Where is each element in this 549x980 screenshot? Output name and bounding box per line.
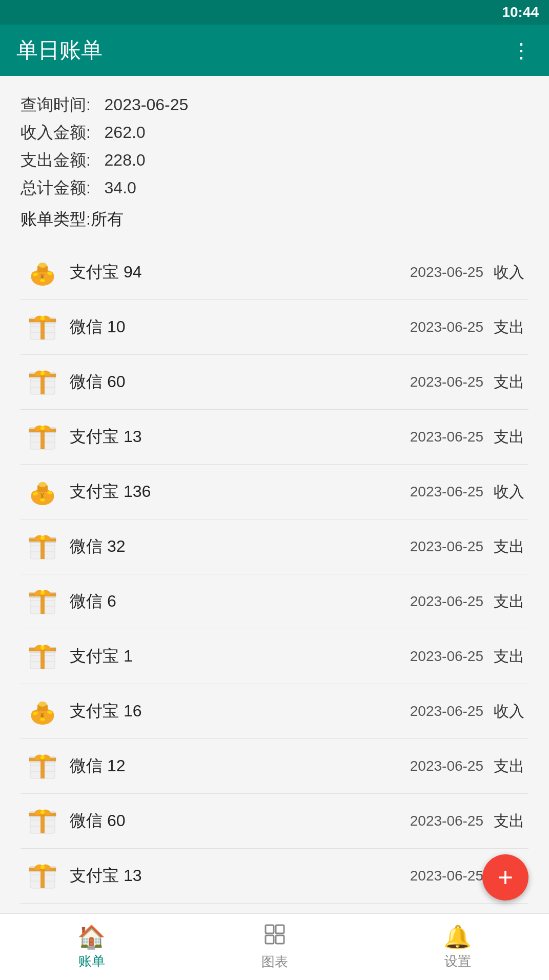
svg-rect-167: [276, 935, 284, 944]
expense-label: 支出金额:: [21, 151, 91, 169]
transaction-item[interactable]: 微信 122023-06-25支出: [21, 739, 528, 794]
total-label: 总计金额:: [21, 178, 91, 197]
svg-point-36: [40, 426, 45, 430]
income-label: 收入金额:: [21, 123, 91, 142]
item-type: 收入: [494, 482, 524, 503]
item-date: 2023-06-25: [410, 758, 483, 774]
item-date: 2023-06-25: [410, 593, 483, 610]
svg-point-85: [38, 702, 47, 707]
item-type: 支出: [494, 427, 524, 448]
svg-text:¥: ¥: [40, 492, 44, 499]
nav-item-charts[interactable]: 图表: [183, 914, 366, 980]
svg-point-107: [40, 810, 45, 814]
bill-type-label: 账单类型:所有: [21, 210, 124, 228]
svg-point-44: [38, 482, 47, 487]
svg-point-77: [40, 646, 45, 650]
item-channel-amount: 支付宝 16: [70, 700, 410, 723]
wechat-icon: [25, 364, 60, 400]
more-options-button[interactable]: ⋮: [511, 38, 533, 62]
svg-point-14: [40, 316, 45, 321]
item-channel-amount: 微信 32: [70, 535, 410, 558]
charts-icon: [263, 923, 286, 951]
item-date: 2023-06-25: [410, 429, 483, 445]
query-time-value: 2023-06-25: [105, 95, 189, 114]
query-time-label: 查询时间:: [21, 95, 91, 114]
item-date: 2023-06-25: [410, 374, 483, 390]
item-type: 收入: [494, 262, 524, 283]
item-date: 2023-06-25: [410, 319, 483, 335]
item-type: 支出: [494, 372, 524, 393]
item-type: 支出: [494, 811, 524, 832]
item-date: 2023-06-25: [410, 868, 483, 884]
transaction-item[interactable]: 微信 602023-06-25支出: [21, 794, 528, 849]
item-channel-amount: 微信 60: [70, 371, 410, 393]
bell-icon: 🔔: [443, 924, 472, 950]
transaction-item[interactable]: 微信 322023-06-25支出: [21, 519, 528, 574]
add-icon: +: [498, 862, 513, 893]
transaction-item[interactable]: 微信 102023-06-25支出: [21, 300, 528, 355]
nav-label-settings: 设置: [444, 952, 471, 970]
nav-item-bills[interactable]: 🏠 账单: [0, 914, 183, 980]
bill-type-row: 账单类型:所有: [21, 208, 528, 231]
wechat-icon: [25, 748, 60, 784]
transaction-item[interactable]: ¥ 支付宝 1362023-06-25收入: [21, 465, 528, 519]
item-channel-amount: 微信 12: [70, 755, 410, 777]
svg-point-118: [40, 865, 45, 869]
transaction-item[interactable]: 微信 62023-06-25支出: [21, 574, 528, 629]
add-transaction-button[interactable]: +: [482, 854, 528, 901]
bottom-navigation: 🏠 账单 图表 🔔 设置: [0, 913, 549, 980]
transaction-item[interactable]: ¥ 支付宝 162023-06-25收入: [21, 684, 528, 739]
svg-text:¥: ¥: [40, 712, 44, 719]
transaction-item[interactable]: 支付宝 12023-06-25支出: [21, 629, 528, 684]
alipay-icon: ¥: [25, 254, 60, 290]
wechat-icon: [25, 803, 60, 839]
wechat-icon: [25, 309, 60, 345]
item-channel-amount: 支付宝 13: [70, 426, 410, 448]
item-date: 2023-06-25: [410, 538, 483, 555]
svg-rect-165: [276, 925, 284, 933]
svg-point-66: [40, 591, 45, 595]
wechat-icon: [25, 419, 60, 455]
nav-label-charts: 图表: [261, 953, 288, 971]
nav-label-bills: 账单: [78, 952, 105, 970]
home-icon: 🏠: [77, 924, 106, 950]
item-date: 2023-06-25: [410, 703, 483, 719]
wechat-icon: [25, 638, 60, 674]
status-bar: 10:44: [0, 0, 549, 25]
transaction-item[interactable]: ¥ 支付宝 942023-06-25收入: [21, 245, 528, 300]
content-area: 查询时间: 2023-06-25 收入金额: 262.0 支出金额: 228.0…: [0, 76, 549, 980]
item-channel-amount: 微信 60: [70, 810, 410, 832]
item-channel-amount: 微信 6: [70, 590, 410, 613]
total-row: 总计金额: 34.0: [21, 175, 528, 200]
svg-rect-166: [266, 935, 274, 944]
nav-item-settings[interactable]: 🔔 设置: [366, 914, 549, 980]
transaction-list: ¥ 支付宝 942023-06-25收入 微信 102023-06-25支出: [21, 245, 528, 980]
item-channel-amount: 微信 10: [70, 316, 410, 338]
svg-rect-164: [266, 925, 274, 933]
main-content: 查询时间: 2023-06-25 收入金额: 262.0 支出金额: 228.0…: [0, 76, 549, 980]
income-value: 262.0: [105, 123, 146, 142]
status-time: 10:44: [502, 4, 539, 21]
summary-section: 查询时间: 2023-06-25 收入金额: 262.0 支出金额: 228.0…: [21, 92, 528, 231]
item-channel-amount: 支付宝 136: [70, 481, 410, 503]
item-type: 支出: [494, 646, 524, 667]
alipay-icon: ¥: [25, 693, 60, 729]
transaction-item[interactable]: 支付宝 132023-06-25支出: [21, 410, 528, 465]
svg-point-55: [40, 536, 45, 540]
item-type: 支出: [494, 536, 524, 557]
item-type: 支出: [494, 591, 524, 612]
item-channel-amount: 支付宝 1: [70, 645, 410, 668]
wechat-icon: [25, 584, 60, 619]
transaction-item[interactable]: 微信 602023-06-25支出: [21, 355, 528, 410]
app-bar: 单日账单 ⋮: [0, 25, 549, 76]
expense-row: 支出金额: 228.0: [21, 148, 528, 172]
svg-point-96: [40, 755, 45, 759]
wechat-icon: [25, 858, 60, 894]
item-channel-amount: 支付宝 94: [70, 261, 410, 284]
item-date: 2023-06-25: [410, 484, 483, 500]
item-date: 2023-06-25: [410, 264, 483, 281]
wechat-icon: [25, 529, 60, 565]
svg-text:¥: ¥: [40, 273, 44, 280]
expense-value: 228.0: [105, 151, 146, 169]
transaction-item[interactable]: 支付宝 132023-06-25支出: [21, 849, 528, 904]
